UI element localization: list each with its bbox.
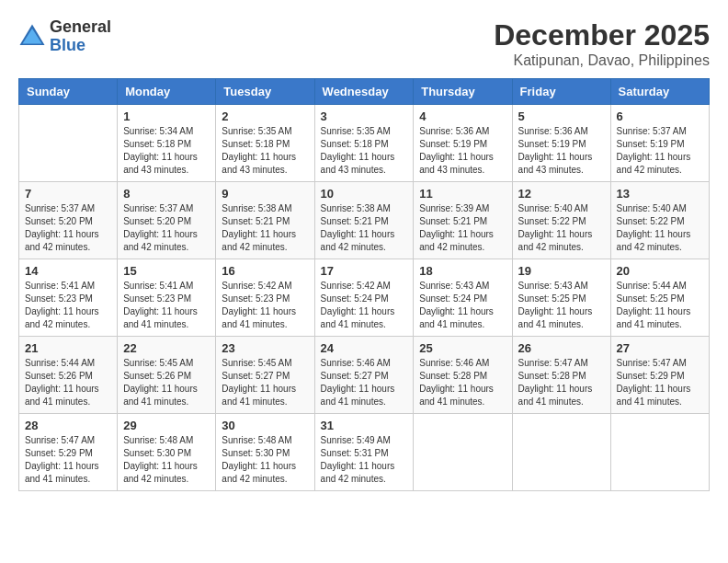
- calendar-cell: [610, 414, 709, 491]
- day-number: 9: [222, 187, 308, 201]
- calendar-cell: 4Sunrise: 5:36 AM Sunset: 5:19 PM Daylig…: [414, 105, 512, 182]
- day-info: Sunrise: 5:43 AM Sunset: 5:24 PM Dayligh…: [419, 280, 506, 331]
- day-number: 27: [617, 341, 703, 355]
- calendar-cell: [19, 105, 118, 182]
- day-number: 8: [123, 187, 210, 201]
- day-number: 26: [518, 341, 605, 355]
- logo-blue-text: Blue: [50, 37, 111, 55]
- calendar-cell: 16Sunrise: 5:42 AM Sunset: 5:23 PM Dayli…: [216, 259, 314, 337]
- logo: General Blue: [18, 18, 111, 55]
- calendar-week-row-1: 1Sunrise: 5:34 AM Sunset: 5:18 PM Daylig…: [19, 105, 710, 182]
- location-subtitle: Katipunan, Davao, Philippines: [494, 52, 710, 69]
- calendar-cell: 1Sunrise: 5:34 AM Sunset: 5:18 PM Daylig…: [118, 105, 216, 182]
- calendar-week-row-3: 14Sunrise: 5:41 AM Sunset: 5:23 PM Dayli…: [19, 259, 710, 337]
- day-number: 18: [419, 264, 506, 278]
- day-info: Sunrise: 5:39 AM Sunset: 5:21 PM Dayligh…: [419, 202, 506, 254]
- day-number: 28: [25, 419, 111, 432]
- day-number: 15: [123, 264, 210, 278]
- day-number: 25: [419, 341, 506, 355]
- calendar-cell: 25Sunrise: 5:46 AM Sunset: 5:28 PM Dayli…: [414, 337, 512, 414]
- day-number: 1: [123, 109, 210, 123]
- day-info: Sunrise: 5:38 AM Sunset: 5:21 PM Dayligh…: [321, 202, 408, 254]
- calendar-cell: 7Sunrise: 5:37 AM Sunset: 5:20 PM Daylig…: [19, 182, 118, 259]
- calendar-cell: 17Sunrise: 5:42 AM Sunset: 5:24 PM Dayli…: [314, 259, 414, 337]
- calendar-cell: 28Sunrise: 5:47 AM Sunset: 5:29 PM Dayli…: [19, 414, 118, 491]
- col-friday: Friday: [512, 79, 610, 105]
- day-number: 10: [321, 187, 408, 201]
- calendar-header-row: Sunday Monday Tuesday Wednesday Thursday…: [19, 79, 710, 105]
- calendar-cell: 23Sunrise: 5:45 AM Sunset: 5:27 PM Dayli…: [216, 337, 314, 414]
- calendar-week-row-2: 7Sunrise: 5:37 AM Sunset: 5:20 PM Daylig…: [19, 182, 710, 259]
- day-number: 13: [617, 187, 703, 201]
- day-number: 30: [222, 419, 308, 432]
- calendar-cell: 5Sunrise: 5:36 AM Sunset: 5:19 PM Daylig…: [512, 105, 610, 182]
- calendar-cell: 29Sunrise: 5:48 AM Sunset: 5:30 PM Dayli…: [118, 414, 216, 491]
- calendar-cell: [414, 414, 512, 491]
- day-info: Sunrise: 5:42 AM Sunset: 5:23 PM Dayligh…: [222, 280, 308, 331]
- day-info: Sunrise: 5:38 AM Sunset: 5:21 PM Dayligh…: [222, 202, 308, 254]
- calendar-week-row-4: 21Sunrise: 5:44 AM Sunset: 5:26 PM Dayli…: [19, 337, 710, 414]
- day-info: Sunrise: 5:44 AM Sunset: 5:25 PM Dayligh…: [617, 280, 703, 331]
- day-number: 14: [25, 264, 111, 278]
- col-thursday: Thursday: [414, 79, 512, 105]
- day-number: 5: [518, 109, 605, 123]
- col-sunday: Sunday: [19, 79, 118, 105]
- calendar-cell: 26Sunrise: 5:47 AM Sunset: 5:28 PM Dayli…: [512, 337, 610, 414]
- day-info: Sunrise: 5:47 AM Sunset: 5:29 PM Dayligh…: [617, 357, 703, 408]
- day-number: 21: [25, 341, 111, 355]
- day-number: 23: [222, 341, 308, 355]
- day-info: Sunrise: 5:35 AM Sunset: 5:18 PM Dayligh…: [222, 125, 308, 177]
- page-header: General Blue December 2025 Katipunan, Da…: [18, 18, 710, 69]
- day-info: Sunrise: 5:48 AM Sunset: 5:30 PM Dayligh…: [123, 434, 210, 486]
- calendar-cell: 11Sunrise: 5:39 AM Sunset: 5:21 PM Dayli…: [414, 182, 512, 259]
- calendar-cell: 20Sunrise: 5:44 AM Sunset: 5:25 PM Dayli…: [610, 259, 709, 337]
- calendar-cell: 27Sunrise: 5:47 AM Sunset: 5:29 PM Dayli…: [610, 337, 709, 414]
- calendar-cell: 21Sunrise: 5:44 AM Sunset: 5:26 PM Dayli…: [19, 337, 118, 414]
- day-info: Sunrise: 5:34 AM Sunset: 5:18 PM Dayligh…: [123, 125, 210, 177]
- logo-general-text: General: [50, 18, 111, 37]
- day-info: Sunrise: 5:36 AM Sunset: 5:19 PM Dayligh…: [518, 125, 605, 177]
- col-tuesday: Tuesday: [216, 79, 314, 105]
- calendar-table: Sunday Monday Tuesday Wednesday Thursday…: [18, 78, 710, 491]
- calendar-cell: 24Sunrise: 5:46 AM Sunset: 5:27 PM Dayli…: [314, 337, 414, 414]
- day-number: 6: [617, 109, 703, 123]
- day-number: 2: [222, 109, 308, 123]
- day-number: 3: [321, 109, 408, 123]
- col-wednesday: Wednesday: [314, 79, 414, 105]
- logo-icon: [18, 23, 46, 51]
- day-info: Sunrise: 5:35 AM Sunset: 5:18 PM Dayligh…: [321, 125, 408, 177]
- day-info: Sunrise: 5:49 AM Sunset: 5:31 PM Dayligh…: [321, 434, 408, 486]
- day-number: 29: [123, 419, 210, 432]
- day-info: Sunrise: 5:41 AM Sunset: 5:23 PM Dayligh…: [25, 280, 111, 331]
- calendar-cell: 31Sunrise: 5:49 AM Sunset: 5:31 PM Dayli…: [314, 414, 414, 491]
- calendar-cell: 9Sunrise: 5:38 AM Sunset: 5:21 PM Daylig…: [216, 182, 314, 259]
- title-section: December 2025 Katipunan, Davao, Philippi…: [494, 18, 710, 69]
- calendar-cell: [512, 414, 610, 491]
- day-info: Sunrise: 5:40 AM Sunset: 5:22 PM Dayligh…: [617, 202, 703, 254]
- day-info: Sunrise: 5:47 AM Sunset: 5:29 PM Dayligh…: [25, 434, 111, 486]
- day-number: 20: [617, 264, 703, 278]
- day-number: 4: [419, 109, 506, 123]
- day-info: Sunrise: 5:46 AM Sunset: 5:27 PM Dayligh…: [321, 357, 408, 408]
- calendar-cell: 19Sunrise: 5:43 AM Sunset: 5:25 PM Dayli…: [512, 259, 610, 337]
- day-info: Sunrise: 5:45 AM Sunset: 5:27 PM Dayligh…: [222, 357, 308, 408]
- day-info: Sunrise: 5:37 AM Sunset: 5:20 PM Dayligh…: [123, 202, 210, 254]
- month-year-title: December 2025: [494, 18, 710, 52]
- calendar-cell: 15Sunrise: 5:41 AM Sunset: 5:23 PM Dayli…: [118, 259, 216, 337]
- calendar-cell: 12Sunrise: 5:40 AM Sunset: 5:22 PM Dayli…: [512, 182, 610, 259]
- day-number: 11: [419, 187, 506, 201]
- day-number: 16: [222, 264, 308, 278]
- calendar-cell: 22Sunrise: 5:45 AM Sunset: 5:26 PM Dayli…: [118, 337, 216, 414]
- col-saturday: Saturday: [610, 79, 709, 105]
- day-info: Sunrise: 5:41 AM Sunset: 5:23 PM Dayligh…: [123, 280, 210, 331]
- calendar-cell: 18Sunrise: 5:43 AM Sunset: 5:24 PM Dayli…: [414, 259, 512, 337]
- day-info: Sunrise: 5:47 AM Sunset: 5:28 PM Dayligh…: [518, 357, 605, 408]
- day-number: 7: [25, 187, 111, 201]
- day-number: 22: [123, 341, 210, 355]
- day-number: 17: [321, 264, 408, 278]
- day-number: 24: [321, 341, 408, 355]
- calendar-cell: 6Sunrise: 5:37 AM Sunset: 5:19 PM Daylig…: [610, 105, 709, 182]
- calendar-cell: 14Sunrise: 5:41 AM Sunset: 5:23 PM Dayli…: [19, 259, 118, 337]
- day-info: Sunrise: 5:40 AM Sunset: 5:22 PM Dayligh…: [518, 202, 605, 254]
- day-info: Sunrise: 5:48 AM Sunset: 5:30 PM Dayligh…: [222, 434, 308, 486]
